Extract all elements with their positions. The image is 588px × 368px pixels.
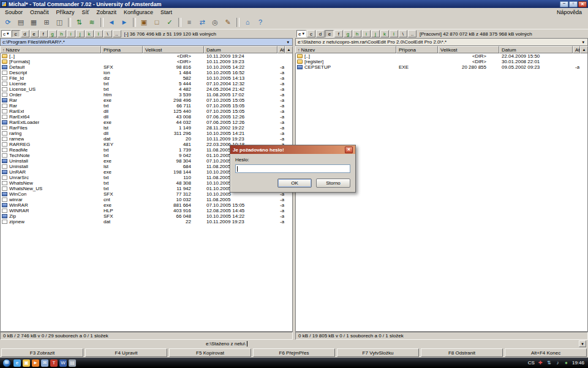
file-row[interactable]: Licensetxt5 44407.10.2004 12:32-a-- — [1, 81, 292, 86]
start-button[interactable] — [2, 359, 11, 367]
file-row[interactable]: [..]<DIR>22.04.2009 15:50 — [296, 53, 587, 59]
drive-up-button[interactable]: .. — [113, 30, 121, 37]
file-row[interactable]: [Formats]<DIR>10.11.2009 19:23 — [1, 59, 292, 64]
menu-item-napoveda[interactable]: Nápověda — [552, 9, 587, 15]
drive-up-button[interactable]: .. — [408, 30, 417, 37]
f4-button[interactable]: F4 Upravit — [85, 348, 167, 357]
multi-rename-icon[interactable]: ≡ — [183, 17, 195, 28]
menu-item-6[interactable]: Start — [157, 9, 176, 15]
file-row[interactable]: Description1 48410.10.2005 16:52-a-- — [1, 70, 292, 75]
file-row[interactable]: WinRARexe881 66407.10.2005 15:05-a-- — [1, 202, 292, 208]
column-header-3[interactable]: Datum — [204, 46, 277, 53]
drive-l-button[interactable]: l — [390, 30, 398, 37]
column-header-0[interactable]: ↑Název — [295, 46, 396, 53]
column-header-0[interactable]: ↑Název — [0, 46, 101, 53]
file-row[interactable]: rarlngdll311 29610.10.2005 14:21-a-- — [1, 131, 292, 136]
column-header-1[interactable]: Přípona — [101, 46, 143, 53]
drive-k-button[interactable]: k — [380, 30, 389, 37]
refresh-icon[interactable]: ⟳ — [2, 17, 14, 28]
f7-button[interactable]: F7 VytvSložku — [337, 348, 419, 357]
password-input[interactable] — [235, 164, 350, 173]
minimize-button[interactable] — [560, 1, 568, 7]
antivirus-icon[interactable]: ✚ — [537, 359, 544, 366]
f8-button[interactable]: F8 Odstranit — [421, 348, 503, 357]
dialog-close-icon[interactable] — [345, 147, 353, 153]
drive-e-button[interactable]: e — [30, 30, 39, 37]
file-row[interactable]: Rartxt66 71107.10.2005 15:05-a-- — [1, 103, 292, 109]
file-row[interactable]: CEPSETUPEXE20 280 85509.05.2002 09:23-a-… — [296, 64, 587, 70]
f3-button[interactable]: F3 Zobrazit — [1, 348, 83, 357]
tree-view-icon[interactable]: ⊞ — [40, 17, 53, 28]
volume-icon[interactable]: ♪ — [554, 359, 561, 366]
file-row[interactable]: File_Iddiz58210.10.2005 14:13-a-- — [1, 75, 292, 81]
scroll-up-icon[interactable]: ▲ — [285, 46, 293, 53]
drive-root-button[interactable]: \ — [399, 30, 407, 37]
drive-f-button[interactable]: f — [334, 30, 343, 37]
menu-item-1[interactable]: Označit — [26, 9, 53, 15]
drive-i-button[interactable]: i — [362, 30, 371, 37]
status-icon[interactable]: ● — [563, 359, 570, 366]
ftp-new-connection-icon[interactable]: ≋ — [86, 17, 98, 28]
left-path-bar[interactable]: c:\Program Files\WinRAR\*.* ▾ — [0, 38, 293, 46]
drive-c-button[interactable]: c — [307, 30, 315, 37]
quick-view-icon[interactable]: ◫ — [53, 17, 66, 28]
left-path-history-icon[interactable]: ▾ — [285, 40, 290, 45]
right-file-list[interactable]: [..]<DIR>22.04.2009 15:50[register]<DIR>… — [295, 53, 588, 332]
ftp-connect-icon[interactable]: ⇅ — [73, 17, 85, 28]
drive-k-button[interactable]: k — [85, 30, 94, 37]
file-row[interactable]: [register]<DIR>30.01.2008 22:01 — [296, 59, 587, 64]
word-icon[interactable]: W — [59, 359, 67, 367]
help-icon[interactable]: ? — [254, 17, 266, 28]
right-path-history-icon[interactable]: ▾ — [581, 40, 586, 45]
file-row[interactable]: zipnewdat2210.11.2009 19:23-a-- — [1, 219, 292, 224]
explorer-folder-icon[interactable]: ▣ — [23, 359, 30, 367]
file-row[interactable]: License_UStxt4 48224.05.2004 21:42-a-- — [1, 86, 292, 92]
file-row[interactable]: DefaultSFX98 81610.10.2005 14:22-a-- — [1, 64, 292, 70]
search-icon[interactable]: ◎ — [209, 17, 221, 28]
drive-h-button[interactable]: h — [353, 30, 361, 37]
file-row[interactable]: RarExt64dll43 00807.06.2005 12:26-a-- — [1, 114, 292, 120]
menu-item-2[interactable]: Příkazy — [53, 9, 78, 15]
drive-f-button[interactable]: f — [39, 30, 48, 37]
notepad-icon[interactable]: ✎ — [222, 17, 234, 28]
drive-h-button[interactable]: h — [58, 30, 66, 37]
ok-button[interactable]: OK — [277, 178, 312, 188]
file-row[interactable]: Rarexe298 49607.10.2005 15:05-a-- — [1, 98, 292, 103]
network-neighborhood-icon[interactable]: ⌂ — [241, 17, 254, 28]
file-row[interactable]: WINRARHLP403 91612.08.2005 14:45-a-- — [1, 208, 292, 213]
mail-icon[interactable]: ✉ — [41, 359, 48, 367]
drive-e-button[interactable]: e — [325, 30, 334, 37]
file-row[interactable]: [..]<DIR>10.11.2009 19:24 — [1, 53, 292, 59]
drive-g-button[interactable]: g — [344, 30, 352, 37]
drive-combo[interactable]: c▾ — [1, 30, 11, 37]
menu-item-5[interactable]: Konfigurace — [120, 9, 157, 15]
left-file-list[interactable]: [..]<DIR>10.11.2009 19:24[Formats]<DIR>1… — [0, 53, 293, 332]
column-header-3[interactable]: Datum — [499, 46, 573, 53]
drive-l-button[interactable]: l — [94, 30, 103, 37]
unpack-icon[interactable]: □ — [151, 17, 163, 28]
menu-item-4[interactable]: Zobrazit — [92, 9, 120, 15]
pack-icon[interactable]: ▣ — [138, 17, 150, 28]
password-dialog-title-bar[interactable]: Je požadováno heslo! — [230, 145, 355, 154]
file-row[interactable]: RarFileslst1 14928.11.2002 19:22-a-- — [1, 125, 292, 131]
menu-item-0[interactable]: Soubor — [1, 9, 26, 15]
file-row[interactable]: rarnewdat2010.11.2009 19:23-a-- — [1, 136, 292, 142]
command-line[interactable]: e:\Staženo z netu\ ▾ — [0, 340, 588, 348]
column-header-2[interactable]: Velikost — [438, 46, 499, 53]
right-path-bar[interactable]: e:\Staženo z netu\copro-sim.rar\CoolEdit… — [295, 38, 588, 46]
drive-g-button[interactable]: g — [48, 30, 57, 37]
test-archive-icon[interactable]: ✓ — [164, 17, 176, 28]
file-row[interactable]: winrarcnt10 03211.08.2005-a-- — [1, 197, 292, 202]
brief-view-icon[interactable]: ▤ — [15, 17, 27, 28]
internet-explorer-icon[interactable]: e — [13, 359, 21, 367]
scroll-up-icon[interactable]: ▲ — [580, 46, 588, 53]
back-icon[interactable]: ◄ — [105, 17, 118, 28]
cancel-button[interactable]: Storno — [316, 178, 350, 188]
file-row[interactable]: ZipSFX66 04810.10.2005 14:22-a-- — [1, 213, 292, 219]
drive-j-button[interactable]: j — [371, 30, 380, 37]
file-row[interactable]: RarExtdll125 44007.10.2005 15:05-a-- — [1, 109, 292, 114]
notepad-icon[interactable]: ▤ — [69, 359, 76, 367]
language-indicator[interactable]: CS — [528, 360, 535, 366]
drive-root-button[interactable]: \ — [104, 30, 112, 37]
network-icon[interactable]: ⇅ — [546, 359, 552, 366]
